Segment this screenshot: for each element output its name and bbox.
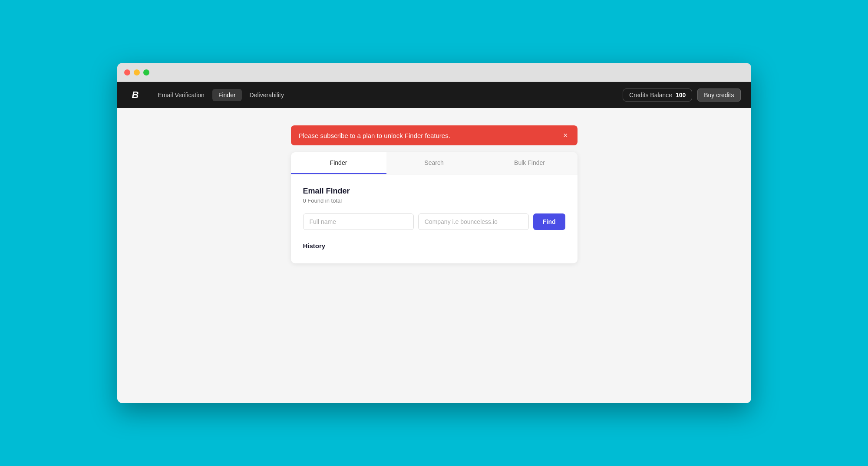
tab-search[interactable]: Search (386, 152, 482, 174)
fullname-input[interactable] (303, 213, 414, 230)
history-title: History (303, 242, 565, 249)
logo-icon: B (132, 89, 139, 101)
section-title: Email Finder (303, 187, 565, 196)
nav-deliverability[interactable]: Deliverability (244, 89, 290, 101)
card-tabs: Finder Search Bulk Finder (291, 152, 578, 174)
company-input[interactable] (418, 213, 529, 230)
alert-banner: Please subscribe to a plan to unlock Fin… (291, 125, 578, 145)
main-card: Finder Search Bulk Finder Email Finder 0… (291, 152, 578, 263)
nav-right: Credits Balance 100 Buy credits (623, 89, 740, 102)
minimize-button-icon[interactable] (134, 69, 140, 75)
maximize-button-icon[interactable] (143, 69, 149, 75)
alert-message: Please subscribe to a plan to unlock Fin… (299, 132, 450, 139)
close-button-icon[interactable] (124, 69, 130, 75)
tab-bulk-finder[interactable]: Bulk Finder (482, 152, 578, 174)
nav-finder[interactable]: Finder (212, 89, 242, 101)
tab-finder[interactable]: Finder (291, 152, 386, 174)
find-button[interactable]: Find (533, 213, 565, 230)
finder-form: Find (303, 213, 565, 230)
nav-links: Email Verification Finder Deliverability (152, 89, 623, 101)
app-navbar: B Email Verification Finder Deliverabili… (117, 82, 751, 108)
section-subtitle: 0 Found in total (303, 197, 565, 204)
nav-email-verification[interactable]: Email Verification (152, 89, 211, 101)
credits-label: Credits Balance (629, 92, 672, 98)
card-body: Email Finder 0 Found in total Find Histo… (291, 174, 578, 263)
credits-info: Credits Balance 100 (623, 89, 692, 102)
alert-close-button[interactable]: × (561, 131, 570, 139)
buy-credits-button[interactable]: Buy credits (697, 89, 740, 102)
browser-window: B Email Verification Finder Deliverabili… (117, 63, 751, 403)
app-logo: B (128, 87, 143, 103)
browser-titlebar (117, 63, 751, 82)
credits-amount: 100 (676, 92, 686, 98)
app-content: Please subscribe to a plan to unlock Fin… (117, 108, 751, 403)
